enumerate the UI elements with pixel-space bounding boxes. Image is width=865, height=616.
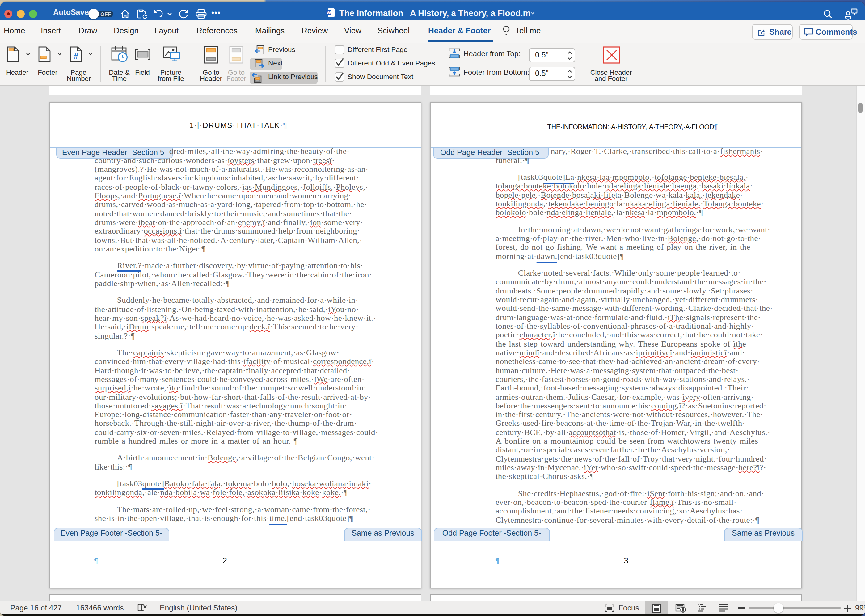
svg-text:W: W: [327, 10, 331, 15]
svg-text:#: #: [74, 52, 78, 61]
